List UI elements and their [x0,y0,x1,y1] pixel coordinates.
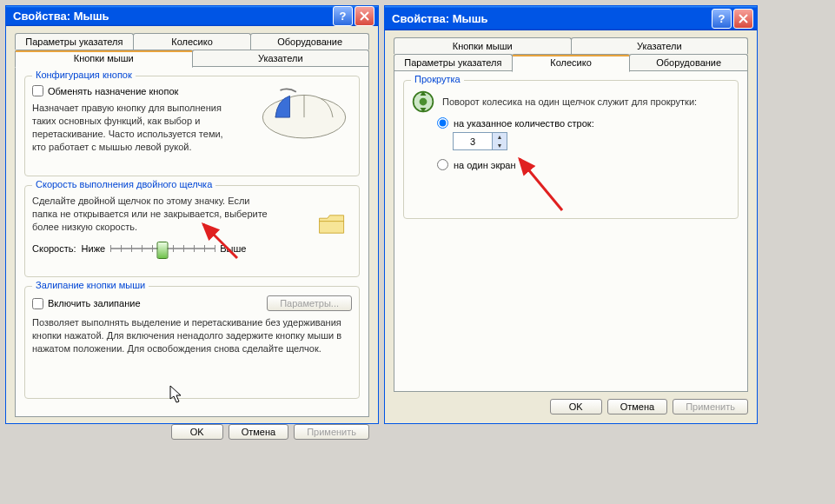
speed-label: Скорость: [32,243,76,254]
dialog-button-row: OK Отмена Применить [394,399,748,414]
apply-button: Применить [294,424,369,440]
help-button[interactable]: ? [333,6,353,26]
window-title: Свойства: Мышь [13,10,331,23]
mouse-properties-window-wheel: Свойства: Мышь ? Кнопки мыши Указатели П… [384,5,758,424]
scroll-lines-radio[interactable] [437,117,448,129]
cancel-button[interactable]: Отмена [607,399,667,414]
tab-panel-wheel: Прокрутка Поворот колесика на один щелчо… [394,70,748,392]
ok-button[interactable]: OK [171,424,223,440]
scroll-lines-spinner[interactable]: 3 ▲ ▼ [453,132,507,150]
dblclick-desc: Сделайте двойной щелчок по этому значку.… [32,195,275,234]
mouse-properties-window-buttons: Свойства: Мышь ? Параметры указателя Кол… [5,5,379,424]
dialog-button-row: OK Отмена Применить [15,424,369,440]
tab-hardware[interactable]: Оборудование [629,54,748,71]
group-scrolling: Прокрутка Поворот колесика на один щелчо… [403,80,739,219]
clicklock-params-button: Параметры... [267,295,352,311]
swap-buttons-label: Обменять назначение кнопок [48,86,178,96]
swap-buttons-desc: Назначает правую кнопку для выполнения т… [32,102,232,153]
speed-low-label: Ниже [82,243,106,254]
clicklock-checkbox[interactable] [32,298,43,309]
tab-pointers[interactable]: Указатели [571,37,749,54]
tab-wheel[interactable]: Колесико [512,54,631,72]
folder-icon[interactable] [317,212,347,236]
group-title: Конфигурация кнопок [32,70,136,80]
tab-pointer-params[interactable]: Параметры указателя [394,54,513,71]
titlebar[interactable]: Свойства: Мышь ? [385,6,757,30]
tab-pointers[interactable]: Указатели [192,50,370,67]
close-button[interactable] [355,6,374,26]
tab-wheel[interactable]: Колесико [133,33,252,50]
ok-button[interactable]: OK [550,399,602,414]
group-title: Залипание кнопки мыши [32,280,149,290]
tab-buttons[interactable]: Кнопки мыши [394,37,572,54]
wheel-icon [411,90,435,114]
help-button[interactable]: ? [712,9,732,29]
tab-hardware[interactable]: Оборудование [250,33,369,50]
scroll-screen-radio[interactable] [437,159,448,170]
scroll-screen-option[interactable]: на один экран [437,159,731,170]
mouse-illustration [256,85,352,142]
scroll-screen-label: на один экран [454,160,516,170]
group-title: Скорость выполнения двойного щелчка [32,179,215,189]
speed-slider[interactable] [110,241,215,256]
spinner-down-icon[interactable]: ▼ [493,142,507,150]
scroll-lines-label: на указанное количество строк: [454,118,594,129]
scroll-desc: Поворот колесика на один щелчок служит д… [442,96,697,109]
scroll-lines-option[interactable]: на указанное количество строк: [437,117,731,129]
speed-high-label: Выше [220,243,246,254]
tab-bar: Параметры указателя Колесико Оборудовани… [15,33,369,67]
tab-panel-buttons: Конфигурация кнопок Обменять назначение … [15,66,369,417]
apply-button: Применить [673,399,748,414]
scroll-lines-value[interactable]: 3 [454,133,492,149]
titlebar[interactable]: Свойства: Мышь ? [6,6,378,26]
clicklock-label: Включить залипание [48,298,141,308]
svg-point-4 [420,98,427,106]
spinner-up-icon[interactable]: ▲ [493,133,507,142]
group-title: Прокрутка [411,74,464,84]
tab-buttons[interactable]: Кнопки мыши [15,50,193,68]
clicklock-desc: Позволяет выполнять выделение и перетаск… [32,316,352,355]
group-button-config: Конфигурация кнопок Обменять назначение … [24,76,360,176]
window-title: Свойства: Мышь [392,12,710,25]
swap-buttons-checkbox[interactable] [32,85,43,96]
group-clicklock: Залипание кнопки мыши Включить залипание… [24,286,360,399]
tab-pointer-params[interactable]: Параметры указателя [15,33,134,50]
close-button[interactable] [733,9,753,29]
tab-bar: Кнопки мыши Указатели Параметры указател… [394,37,748,71]
cancel-button[interactable]: Отмена [229,424,288,440]
group-dblclick-speed: Скорость выполнения двойного щелчка Сдел… [24,185,360,277]
